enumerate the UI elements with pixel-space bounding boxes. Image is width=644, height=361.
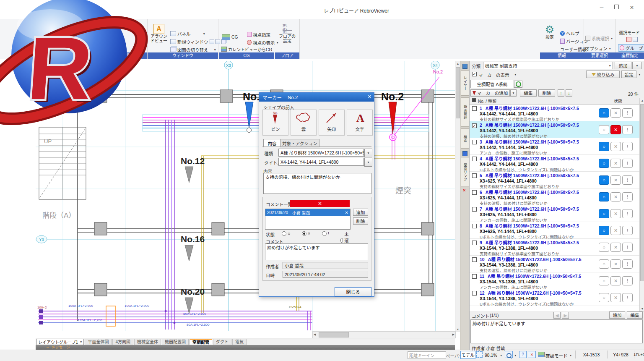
group-select-button[interactable]: グループ	[618, 44, 644, 52]
zoom-out-icon[interactable]	[505, 351, 513, 358]
row-checkbox[interactable]	[472, 173, 477, 178]
viewpoint-show-button[interactable]: 視点の表示 ▼	[247, 39, 279, 46]
drawing-tab-2[interactable]: 4方向図	[112, 339, 133, 345]
status-ng-button[interactable]: ✕	[610, 259, 621, 269]
panel-button[interactable]: パネル ▼	[170, 30, 205, 37]
status-warn-button[interactable]: !	[622, 108, 633, 118]
confirm-mode-label[interactable]: 確認モード	[545, 353, 568, 359]
marker-row-12[interactable]: 12A種 吊り鋼材 1500W×1722.6H [-100×50×5×7.5X3…	[470, 289, 639, 306]
category-add-button[interactable]: 追加	[615, 62, 631, 69]
shape-pin-button[interactable]: No. ピン	[262, 110, 288, 136]
content-textarea[interactable]: 支持の溶接、締め付けに問題がないか	[263, 173, 371, 194]
row-checkbox[interactable]	[472, 291, 477, 296]
new-window-button[interactable]: 新規ウィンドウ	[170, 38, 226, 45]
scroll-right-icon[interactable]: ▶	[452, 333, 454, 336]
marker-row-8[interactable]: 8A種 吊り鋼材 1500W×1722.6H [-100×50×5×7.5X3+…	[470, 222, 639, 239]
drawing-tab-6[interactable]: ダクト	[213, 339, 231, 345]
category-add-dropdown[interactable]: ▼	[632, 62, 642, 69]
move-down-button[interactable]: ↓	[566, 89, 572, 97]
scroll-down-icon[interactable]: ▼	[640, 307, 644, 310]
add-marker-button[interactable]: マーカーの追加	[470, 89, 510, 97]
marker-display-dropdown-icon[interactable]: ▼	[514, 73, 517, 76]
status-ng-button[interactable]: ✕	[610, 159, 621, 168]
close-panel-icon[interactable]: ✕	[462, 188, 466, 193]
user-info-button[interactable]: ユーザー情報	[560, 46, 587, 52]
dock-tab-search[interactable]: 検索	[461, 128, 469, 149]
marker-row-2[interactable]: ✓2A種 吊り鋼材 1500W×1722.6H [-100×50×5×7.5X4…	[470, 121, 639, 138]
row-checkbox[interactable]	[472, 106, 477, 111]
pick-point-icon[interactable]	[633, 37, 638, 42]
marker-row-9[interactable]: 9A種 吊り鋼材 1500W×1722.6H [-100×50×5×7.5X3-…	[470, 239, 639, 256]
layout-group-combo[interactable]: レイアウトグループ1 ▼	[36, 339, 84, 345]
settings-dropdown-icon[interactable]: ▼	[638, 73, 641, 76]
status-ok-button[interactable]: ○	[599, 192, 609, 201]
radio-ok[interactable]	[282, 231, 286, 236]
marker-row-3[interactable]: 3A種 吊り鋼材 1500W×1722.6H [-100×50×5×7.5X4-…	[470, 138, 639, 155]
add-marker-dropdown[interactable]: ▼	[510, 89, 517, 97]
panel-settings-button[interactable]: 設定	[621, 71, 636, 78]
status-ok-button[interactable]: ○	[599, 209, 609, 218]
status-ok-button[interactable]: ○	[599, 125, 609, 134]
around-view-button[interactable]: A アラウンドビュー	[149, 24, 169, 52]
status-ok-button[interactable]: ○	[599, 293, 609, 302]
row-checkbox[interactable]	[472, 274, 477, 279]
dialog-delete-button[interactable]: 削除	[353, 217, 368, 225]
status-warn-button[interactable]: !	[622, 175, 633, 185]
title-combo[interactable]: X4-1442, Y4-1444, 1FL+4800	[278, 158, 364, 166]
dialog-close-icon[interactable]: ✕	[368, 94, 371, 99]
status-ok-button[interactable]: ○	[599, 142, 609, 151]
comment-list-row[interactable]: 2021/09/20 小倉 哲哉 ✕	[265, 209, 350, 216]
dialog-comment-textarea[interactable]: 締め付けが不足しています	[265, 243, 368, 260]
maximize-button[interactable]	[610, 3, 623, 13]
status-ng-button[interactable]: ✕	[610, 108, 621, 118]
dock-tab-drawing-link[interactable]: 図面リンク	[461, 158, 469, 186]
marker-row-7[interactable]: 7A種 吊り鋼材 1500W×1722.6H [-100×50×5×7.5X3+…	[470, 205, 639, 222]
status-ok-button[interactable]: ○	[599, 175, 609, 185]
status-ng-button[interactable]: ✕	[610, 276, 621, 285]
row-checkbox[interactable]	[472, 207, 477, 212]
comment-next-button[interactable]: ▶	[562, 312, 569, 319]
status-ng-button[interactable]: ✕	[610, 243, 621, 252]
status-ng-button[interactable]: ✕	[610, 192, 621, 201]
marker-row-1[interactable]: 1A種 吊り鋼材 1500W×1722.6H [-100×50×5×7.5X4-…	[470, 105, 639, 121]
cg-from-current-view-button[interactable]: カレントビューからCG	[221, 46, 272, 52]
status-warn-button[interactable]: !	[622, 259, 633, 269]
row-checkbox[interactable]	[472, 140, 477, 144]
drawing-tab-3[interactable]: 機械室全体	[134, 339, 161, 345]
status-warn-button[interactable]: !	[622, 293, 633, 302]
switch-drawing-button[interactable]: 図面の切り替え ▼	[170, 46, 216, 53]
shape-text-button[interactable]: A 文字	[347, 110, 373, 136]
comment-edit-button[interactable]: 編集	[627, 311, 643, 319]
delete-confirm-icon[interactable]: ✕	[528, 351, 536, 358]
status-warn-button[interactable]: !	[622, 243, 633, 252]
drawing-tab-4[interactable]: 機器配置図	[162, 339, 189, 345]
viewpoint-button[interactable]: 視点指定	[247, 31, 270, 38]
row-checkbox[interactable]	[472, 190, 477, 195]
move-up-button[interactable]: ↑	[558, 89, 564, 97]
status-ng-button[interactable]: ✕	[610, 175, 621, 185]
add-point-icon[interactable]	[626, 37, 631, 42]
status-ok-button[interactable]: ○	[599, 259, 609, 269]
scroll-left-icon[interactable]: ◀	[314, 333, 316, 336]
status-ng-button[interactable]: ✕	[610, 125, 621, 134]
dock-icon[interactable]	[462, 64, 467, 69]
comment-text-box[interactable]: 締め付けが不足しています	[470, 319, 643, 343]
zoom-level[interactable]: 98.1%	[485, 353, 497, 358]
edit-marker-button[interactable]: 編集	[520, 89, 537, 97]
zoom-dropdown-icon[interactable]: ▼	[500, 354, 502, 357]
options-button[interactable]: オプション ▼	[585, 45, 611, 52]
line-menu[interactable]: 線▼	[135, 45, 143, 52]
select-all-icon[interactable]	[472, 98, 476, 102]
drawing-tab-7[interactable]: 電気	[232, 339, 247, 345]
shape-arrow-button[interactable]: 矢印	[319, 110, 345, 136]
zoom-fit-icon[interactable]	[476, 351, 483, 358]
status-warn-button[interactable]: !	[622, 276, 633, 285]
message-bar[interactable]: ━メッセージ	[36, 345, 455, 350]
row-checkbox[interactable]	[472, 224, 477, 228]
marker-row-6[interactable]: 6A種 吊り鋼材 1500W×1722.6H [-100×50×5×7.5X3+…	[470, 188, 639, 205]
distance-keyin-input[interactable]	[408, 351, 446, 359]
row-checkbox[interactable]: ✓	[472, 123, 477, 128]
status-warn-button[interactable]: !	[622, 226, 633, 235]
confirm-mode-dropdown-icon[interactable]: ▼	[569, 354, 572, 357]
scroll-up-icon[interactable]: ▲	[640, 99, 644, 102]
